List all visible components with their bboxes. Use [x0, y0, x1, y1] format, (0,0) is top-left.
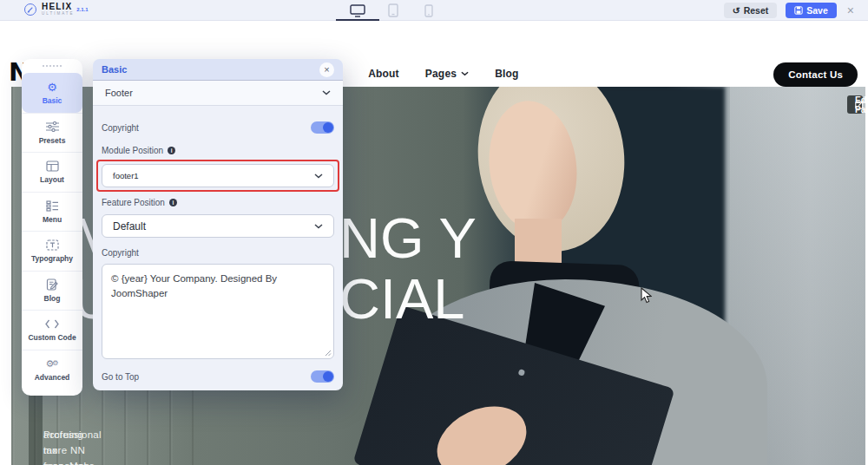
panel-body: Copyright Module Position i footer1 Feat… [93, 106, 343, 383]
copyright-textarea-wrap: © {year} Your Company. Designed By JoomS… [102, 264, 334, 359]
nav-item-pages[interactable]: Pages [425, 68, 469, 80]
chevron-down-icon [314, 174, 323, 179]
copyright-textarea[interactable]: © {year} Your Company. Designed By JoomS… [102, 264, 334, 359]
chevron-down-icon [461, 71, 469, 76]
save-icon [794, 6, 803, 15]
menu-list-icon [46, 200, 59, 213]
module-position-field-wrap: footer1 [102, 164, 334, 187]
device-preview-switcher [347, 2, 439, 19]
sliders-icon [46, 121, 59, 134]
topbar: HELIX ULTIMATE 2.1.1 ↺ Reset [0, 0, 868, 21]
sidebar-item-label: Basic [43, 96, 62, 105]
copyright-toggle-label: Copyright [102, 123, 139, 133]
drag-handle[interactable] [22, 59, 82, 73]
basic-settings-panel: Basic × Footer Copyright Module Position… [93, 59, 343, 390]
module-position-label-text: Module Position [102, 146, 163, 155]
hero-heading-fragment: NG Y [339, 208, 477, 269]
brand-name: HELIX [42, 3, 75, 11]
chevron-down-icon [322, 90, 331, 95]
typography-icon [46, 239, 59, 252]
save-button[interactable]: Save [786, 3, 837, 18]
info-icon[interactable]: i [168, 147, 175, 154]
copyright-text-label-text: Copyright [102, 248, 139, 258]
settings-sidebar: ⚙ Basic Presets Layout Menu Typogr [22, 59, 82, 396]
copyright-toggle-row: Copyright [102, 121, 334, 134]
sidebar-item-presets[interactable]: Presets [22, 113, 82, 153]
module-position-value: footer1 [113, 171, 139, 180]
contact-us-button[interactable]: Contact Us [773, 62, 858, 87]
feature-position-label-text: Feature Position [102, 198, 165, 207]
mobile-preview-button[interactable] [418, 3, 439, 18]
topbar-actions: ↺ Reset Save × [724, 3, 856, 18]
panel-close-icon[interactable]: × [319, 62, 334, 77]
helix-brand: HELIX ULTIMATE 2.1.1 [24, 3, 75, 16]
sidebar-item-label: Menu [43, 215, 62, 224]
go-to-top-label: Go to Top [102, 372, 139, 382]
sidebar-item-custom-code[interactable]: Custom Code [22, 310, 82, 350]
code-icon [45, 318, 59, 331]
edit-page-button[interactable]: Edit Page [847, 95, 863, 114]
sidebar-item-blog[interactable]: Blog [22, 271, 82, 311]
sidebar-item-basic[interactable]: ⚙ Basic [22, 73, 82, 113]
nav-item-about[interactable]: About [368, 68, 399, 80]
nav-item-pages-label: Pages [425, 68, 457, 80]
layout-icon [46, 160, 59, 173]
go-to-top-toggle[interactable] [311, 370, 334, 383]
go-to-top-row: Go to Top [102, 370, 334, 383]
sidebar-item-label: Presets [39, 136, 66, 145]
gear-icon: ⚙ [47, 81, 57, 94]
gears-icon: ⚙⚙ [45, 357, 58, 370]
reset-label: Reset [744, 5, 769, 16]
info-icon[interactable]: i [169, 199, 177, 206]
sidebar-item-label: Layout [40, 175, 64, 184]
brand-version: 2.1.1 [76, 7, 88, 12]
hero-heading-fragment: CIAL [339, 269, 465, 330]
tablet-preview-button[interactable] [383, 3, 404, 18]
blog-icon [46, 278, 58, 291]
sidebar-item-typography[interactable]: Typography [22, 231, 82, 271]
copyright-toggle[interactable] [311, 121, 334, 134]
panel-header: Basic × [93, 59, 343, 81]
reset-icon: ↺ [733, 5, 740, 16]
hero-paragraph-line2: accruing more NN fees. Make an appointme… [43, 427, 102, 465]
sidebar-item-menu[interactable]: Menu [22, 192, 82, 232]
brand-text: HELIX ULTIMATE 2.1.1 [42, 3, 75, 16]
module-position-label: Module Position i [102, 146, 334, 155]
sidebar-item-label: Typography [31, 254, 73, 263]
folder-clasp [517, 369, 525, 377]
sidebar-item-label: Advanced [35, 373, 70, 382]
edit-page-label: Edit Page [855, 95, 865, 115]
nav-item-blog[interactable]: Blog [495, 68, 518, 80]
site-nav-links: Home About Pages Blog [312, 68, 519, 80]
helix-logo-icon [24, 3, 36, 16]
footer-section-label: Footer [105, 88, 133, 98]
reset-button[interactable]: ↺ Reset [724, 3, 777, 18]
feature-position-label: Feature Position i [102, 198, 334, 207]
module-position-select[interactable]: footer1 [102, 164, 334, 187]
editor-screen: HELIX ULTIMATE 2.1.1 ↺ Reset [0, 0, 868, 465]
close-editor-icon[interactable]: × [845, 4, 856, 16]
sidebar-item-label: Custom Code [28, 333, 76, 342]
feature-position-value: Default [113, 220, 146, 232]
chevron-down-icon [314, 224, 323, 229]
save-label: Save [806, 5, 828, 16]
sidebar-item-label: Blog [44, 294, 61, 303]
sidebar-item-layout[interactable]: Layout [22, 152, 82, 192]
copyright-text-label: Copyright [102, 248, 334, 258]
desktop-preview-button[interactable] [347, 3, 368, 18]
panel-title: Basic [102, 64, 127, 75]
footer-section-accordion[interactable]: Footer [93, 81, 343, 106]
feature-position-select[interactable]: Default [102, 214, 334, 238]
brand-subtitle: ULTIMATE [42, 12, 75, 16]
sidebar-item-advanced[interactable]: ⚙⚙ Advanced [22, 350, 82, 390]
